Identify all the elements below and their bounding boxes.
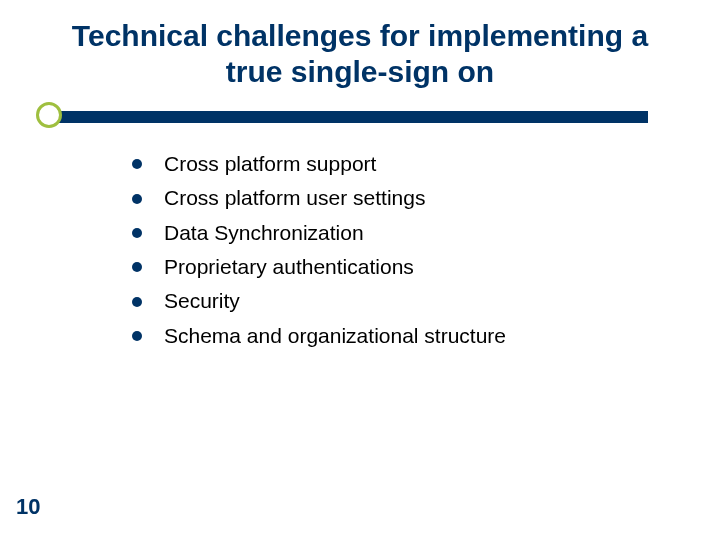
bullet-text: Cross platform user settings: [164, 184, 425, 212]
slide-title: Technical challenges for implementing a …: [0, 0, 720, 90]
bullet-icon: [132, 159, 142, 169]
bullet-icon: [132, 228, 142, 238]
list-item: Schema and organizational structure: [132, 322, 720, 350]
circle-icon: [36, 102, 62, 128]
bullet-text: Proprietary authentications: [164, 253, 414, 281]
bullet-icon: [132, 331, 142, 341]
list-item: Proprietary authentications: [132, 253, 720, 281]
bullet-icon: [132, 262, 142, 272]
list-item: Cross platform support: [132, 150, 720, 178]
list-item: Cross platform user settings: [132, 184, 720, 212]
list-item: Data Synchronization: [132, 219, 720, 247]
bullet-icon: [132, 297, 142, 307]
list-item: Security: [132, 287, 720, 315]
bullet-icon: [132, 194, 142, 204]
bullet-list: Cross platform support Cross platform us…: [0, 150, 720, 350]
divider-bar: [54, 111, 648, 123]
bullet-text: Schema and organizational structure: [164, 322, 506, 350]
bullet-text: Security: [164, 287, 240, 315]
bullet-text: Data Synchronization: [164, 219, 364, 247]
page-number: 10: [16, 494, 40, 520]
bullet-text: Cross platform support: [164, 150, 376, 178]
